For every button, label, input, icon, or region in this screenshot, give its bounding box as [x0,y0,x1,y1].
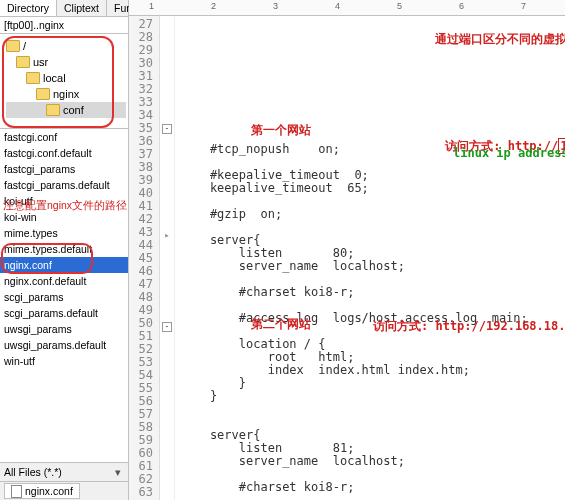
line-gutter: 2728293031323334353637383940414243444546… [129,16,160,500]
fold-cell[interactable] [160,176,174,189]
file-item[interactable]: nginx.conf.default [0,273,128,289]
fold-cell[interactable] [160,242,174,255]
open-file-label: nginx.conf [25,484,73,498]
fold-cell[interactable] [160,255,174,268]
fold-cell[interactable] [160,96,174,109]
fold-cell[interactable] [160,268,174,281]
tree-item-conf[interactable]: conf [6,102,126,118]
folder-tree: /usrlocalnginxconf [0,34,128,128]
fold-cell[interactable] [160,83,174,96]
file-item[interactable]: nginx.conf [0,257,128,273]
code-line: #gzip on; [181,208,565,221]
fold-cell[interactable] [160,137,174,150]
fold-cell[interactable] [160,307,174,320]
file-list: 注意配置nginx文件的路径 fastcgi.conffastcgi.conf.… [0,128,128,462]
tree-item-local[interactable]: local [6,70,126,86]
ruler-mark: 1 [149,1,154,11]
fold-cell[interactable] [160,163,174,176]
fold-cell[interactable] [160,335,174,348]
code-line: #tcp_nopush on; [181,143,565,156]
file-item[interactable]: uwsgi_params.default [0,337,128,353]
fold-cell[interactable]: - [160,322,174,335]
folder-icon [36,88,50,100]
fold-cell[interactable] [160,57,174,70]
annotation-path-note: 注意配置nginx文件的路径 [3,199,127,213]
file-item[interactable]: win-utf [0,353,128,369]
ruler-mark: 3 [273,1,278,11]
fold-cell[interactable] [160,387,174,400]
tree-label: / [23,40,26,52]
filter-label: All Files (*.*) [4,466,62,478]
sidebar-tabs: Directory Cliptext Functions [0,0,128,17]
file-icon [11,485,22,498]
file-item[interactable]: uwsgi_params [0,321,128,337]
ruler-mark: 5 [397,1,402,11]
fold-cell[interactable] [160,44,174,57]
code-line: server_name localhost; [181,260,565,273]
chevron-down-icon: ▾ [112,466,124,478]
folder-icon [46,104,60,116]
fold-cell[interactable] [160,18,174,31]
file-item[interactable]: mime.types.default [0,241,128,257]
tree-label: nginx [53,88,79,100]
fold-cell[interactable] [160,109,174,122]
open-files-bar: nginx.conf [0,481,128,500]
file-item[interactable]: fastcgi_params.default [0,177,128,193]
tab-cliptext[interactable]: Cliptext [57,0,107,16]
ruler: 1234567 [129,0,565,16]
code-line [181,403,565,416]
ruler-mark: 2 [211,1,216,11]
tree-item-usr[interactable]: usr [6,54,126,70]
fold-cell[interactable]: - [160,124,174,137]
fold-cell[interactable] [160,491,174,500]
file-item[interactable]: scgi_params.default [0,305,128,321]
code-line: } [181,390,565,403]
fold-cell[interactable] [160,426,174,439]
fold-cell[interactable] [160,413,174,426]
tree-item-root[interactable]: / [6,38,126,54]
tree-label: conf [63,104,84,116]
fold-cell[interactable] [160,202,174,215]
fold-cell[interactable] [160,281,174,294]
fold-cell[interactable] [160,361,174,374]
tree-label: usr [33,56,48,68]
fold-cell[interactable] [160,150,174,163]
fold-gutter: -▸- [160,16,175,500]
fold-cell[interactable] [160,70,174,83]
open-file-tab[interactable]: nginx.conf [4,483,80,499]
file-item[interactable]: fastcgi.conf [0,129,128,145]
fold-cell[interactable] [160,478,174,491]
fold-cell[interactable] [160,465,174,478]
folder-icon [16,56,30,68]
code-area: 2728293031323334353637383940414243444546… [129,16,565,500]
fold-cell[interactable] [160,374,174,387]
file-item[interactable]: fastcgi_params [0,161,128,177]
ruler-mark: 6 [459,1,464,11]
tree-item-nginx[interactable]: nginx [6,86,126,102]
code-line: #charset koi8-r; [181,286,565,299]
fold-cell[interactable] [160,439,174,452]
fold-cell[interactable] [160,215,174,228]
file-filter[interactable]: All Files (*.*) ▾ [0,462,128,481]
fold-cell[interactable] [160,189,174,202]
code-line: } [181,377,565,390]
code-content[interactable]: 通过端口区分不同的虚拟主机 第一个网站 访问方式: http://192.168… [175,16,565,500]
fold-cell[interactable] [160,294,174,307]
folder-icon [6,40,20,52]
file-item[interactable]: fastcgi.conf.default [0,145,128,161]
address-bar[interactable]: [ftp00]..nginx [0,17,128,34]
ruler-mark: 7 [521,1,526,11]
code-line: #access_log logs/host.access.log main; [181,312,565,325]
file-item[interactable]: scgi_params [0,289,128,305]
fold-cell[interactable] [160,31,174,44]
tree-label: local [43,72,66,84]
fold-cell[interactable] [160,452,174,465]
code-line: keepalive_timeout 65; [181,182,565,195]
fold-cell[interactable]: ▸ [160,229,174,242]
fold-cell[interactable] [160,348,174,361]
editor: 1234567 27282930313233343536373839404142… [129,0,565,500]
sidebar: Directory Cliptext Functions [ftp00]..ng… [0,0,129,500]
file-item[interactable]: mime.types [0,225,128,241]
tab-directory[interactable]: Directory [0,0,57,16]
fold-cell[interactable] [160,400,174,413]
